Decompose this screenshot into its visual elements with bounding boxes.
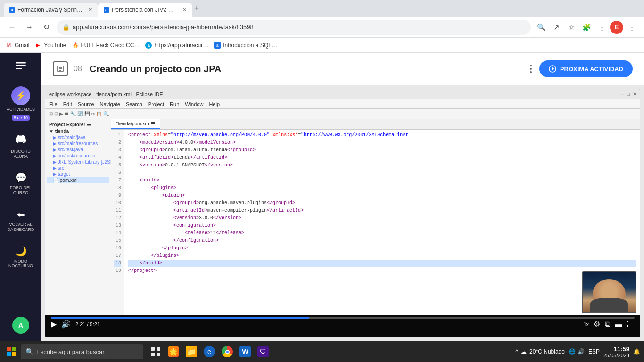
ide-menu-help[interactable]: Help: [209, 101, 220, 107]
ide-maximize-btn[interactable]: □: [627, 91, 630, 97]
tree-item-src-test-resources[interactable]: ▶ src/test/resources: [47, 153, 109, 159]
tab-close-formacion[interactable]: ✕: [88, 7, 92, 13]
tree-item-tienda[interactable]: ▼ tienda: [47, 128, 109, 134]
ide-close-btn[interactable]: ✕: [633, 91, 636, 97]
share-icon-btn[interactable]: ↗: [550, 21, 563, 34]
code-line-15: </configuration>: [128, 237, 636, 245]
svg-rect-15: [151, 353, 155, 356]
reload-button[interactable]: ↻: [40, 21, 53, 34]
code-line-9: <plugin>: [128, 192, 636, 199]
code-line-2: <modelVersion>4.0.0</modelVersion>: [128, 139, 636, 147]
bookmark-cisco[interactable]: 🔥 FULL Pack Cisco CC…: [72, 42, 140, 49]
network-icon[interactable]: 🌐: [569, 348, 576, 355]
play-button[interactable]: ▶: [51, 320, 57, 329]
ide-titlebar: eclipse-workspace - tienda/pom.xml - Ecl…: [45, 89, 640, 99]
tab-persistencia-jpa[interactable]: a Persistencia con JPA: Hibernate: ✕: [98, 3, 192, 17]
tree-item-jre[interactable]: ▶ JRE System Library [J2SE-1.5]: [47, 159, 109, 165]
ide-menu-source[interactable]: Source: [78, 101, 94, 107]
fullscreen-button[interactable]: ⛶: [627, 320, 635, 329]
ide-menu-navigate[interactable]: Navigate: [100, 101, 120, 107]
profile-button[interactable]: E: [610, 21, 623, 34]
sql-favicon: a: [214, 42, 221, 49]
progress-track[interactable]: [51, 317, 635, 319]
settings-button[interactable]: ⚙: [594, 320, 600, 329]
taskbar-app-chrome[interactable]: [219, 343, 236, 360]
ide-menu-edit[interactable]: Edit: [63, 101, 72, 107]
ide-menu-project[interactable]: Project: [148, 101, 164, 107]
sidebar-item-night-mode[interactable]: 🌙 MODO NOCTURNO: [3, 242, 39, 273]
sidebar-item-activities[interactable]: ⚡ ACTIVIDADES 8 de 10: [3, 82, 39, 124]
menu-button[interactable]: ⋮: [625, 21, 638, 34]
code-line-14: <release>11</release>: [128, 230, 636, 237]
search-icon-btn[interactable]: 🔍: [535, 21, 548, 34]
bookmark-sql-label: Introducción a SQL…: [223, 42, 277, 49]
tree-item-src[interactable]: ▶ src: [47, 165, 109, 171]
sidebar-item-dashboard[interactable]: ⬅ VOLVER AL DASHBOARD: [3, 205, 39, 236]
back-button[interactable]: ←: [6, 21, 19, 34]
taskbar-app-sticker[interactable]: 🌟: [165, 343, 182, 360]
taskbar-app-word[interactable]: W: [237, 343, 254, 360]
theater-button[interactable]: ▬: [615, 320, 622, 329]
ide-menubar: File Edit Source Navigate Search Project…: [45, 99, 640, 109]
discord-icon: [16, 134, 26, 147]
tree-item-pom[interactable]: 📄 pom.xml: [47, 177, 109, 183]
weather-display: ☁: [521, 348, 527, 355]
tree-item-src-main-java[interactable]: ▶ src/main/java: [47, 134, 109, 140]
ide-minimize-btn[interactable]: ─: [621, 91, 624, 97]
taskbar-app-vpn[interactable]: 🛡: [255, 343, 272, 360]
taskbar-right: ^ ☁ 20°C Nublado 🌐 🔊 ESP 11:59 25/05/202…: [515, 346, 640, 358]
ide-menu-file[interactable]: File: [49, 101, 58, 107]
taskbar-app-file-explorer[interactable]: 📁: [183, 343, 200, 360]
sidebar-item-forum[interactable]: 💬 FORO DEL CURSO: [3, 168, 39, 199]
volume-icon[interactable]: 🔊: [578, 348, 585, 355]
next-activity-button[interactable]: PRÓXIMA ACTIVIDAD: [539, 60, 633, 77]
forward-button[interactable]: →: [23, 21, 36, 34]
extension-icon-btn[interactable]: 🧩: [580, 21, 593, 34]
code-line-16: </plugin>: [128, 245, 636, 252]
code-line-3: <groupId>com.latam.alura.tienda</groupId…: [128, 147, 636, 154]
speed-button[interactable]: 1x: [583, 321, 589, 327]
time-display: 2:21 / 5:21: [75, 321, 100, 327]
sidebar-item-avatar[interactable]: A: [3, 313, 39, 337]
taskbar-app-task-view[interactable]: [147, 343, 164, 360]
ide-menu-run[interactable]: Run: [170, 101, 179, 107]
tree-item-src-test-java[interactable]: ▶ src/test/java: [47, 147, 109, 153]
activities-icon: ⚡: [11, 86, 30, 105]
options-menu-button[interactable]: [526, 61, 536, 77]
progress-bar-area[interactable]: [51, 317, 635, 319]
expand-systray[interactable]: ^: [515, 348, 518, 355]
taskbar-clock[interactable]: 11:59 25/05/2023: [603, 346, 629, 358]
bookmarks-bar: M Gmail ▶ YouTube 🔥 FULL Pack Cisco CC… …: [0, 38, 644, 53]
tab-formacion-java[interactable]: a Formación Java y Spring Boot G… ✕: [4, 3, 98, 17]
bookmark-cisco-label: FULL Pack Cisco CC…: [81, 42, 140, 49]
ide-explorer: Project Explorer ☰ ▼ tienda ▶ src/main/j…: [45, 119, 111, 315]
new-tab-button[interactable]: +: [194, 4, 199, 14]
bookmark-icon-btn[interactable]: ☆: [565, 21, 578, 34]
address-bar[interactable]: 🔒 app.aluracursos.com/course/persistenci…: [57, 20, 531, 35]
bookmark-youtube[interactable]: ▶ YouTube: [35, 42, 66, 49]
code-content: <project xmlns="http://maven.apache.org/…: [124, 130, 640, 315]
ide-tab-pom[interactable]: *tienda/pom.xml ☰: [111, 119, 160, 129]
start-button[interactable]: [4, 344, 19, 359]
code-area: 12345 678910 1112131415 16171819 <projec…: [111, 130, 640, 315]
vpn-icon: 🛡: [257, 346, 269, 357]
sidebar-item-discord[interactable]: DISCORD ALURA: [3, 130, 39, 163]
ide-menu-search[interactable]: Search: [126, 101, 142, 107]
tree-item-target[interactable]: ▶ target: [47, 171, 109, 177]
night-mode-icon: 🌙: [15, 246, 27, 257]
bookmark-alura-app[interactable]: a https://app.aluracur…: [145, 42, 208, 49]
lesson-title-area: 08 Creando un projecto con JPA: [53, 61, 221, 76]
more-tools-btn[interactable]: ⋮: [595, 21, 608, 34]
taskbar-app-ie[interactable]: e: [201, 343, 218, 360]
sidebar-menu-button[interactable]: [12, 57, 30, 77]
bookmark-gmail[interactable]: M Gmail: [6, 42, 29, 49]
pip-button[interactable]: ⧉: [605, 320, 610, 329]
tree-item-src-main-resources[interactable]: ▶ src/main/resources: [47, 140, 109, 147]
ide-menu-window[interactable]: Window: [185, 101, 203, 107]
volume-button[interactable]: 🔊: [61, 320, 71, 329]
tab-close-persistencia[interactable]: ✕: [182, 7, 187, 13]
bookmark-sql[interactable]: a Introducción a SQL…: [214, 42, 277, 49]
notification-icon[interactable]: 🔔: [633, 348, 640, 355]
next-btn-label: PRÓXIMA ACTIVIDAD: [560, 66, 623, 73]
taskbar-search-box[interactable]: 🔍 Escribe aquí para buscar.: [21, 344, 143, 359]
